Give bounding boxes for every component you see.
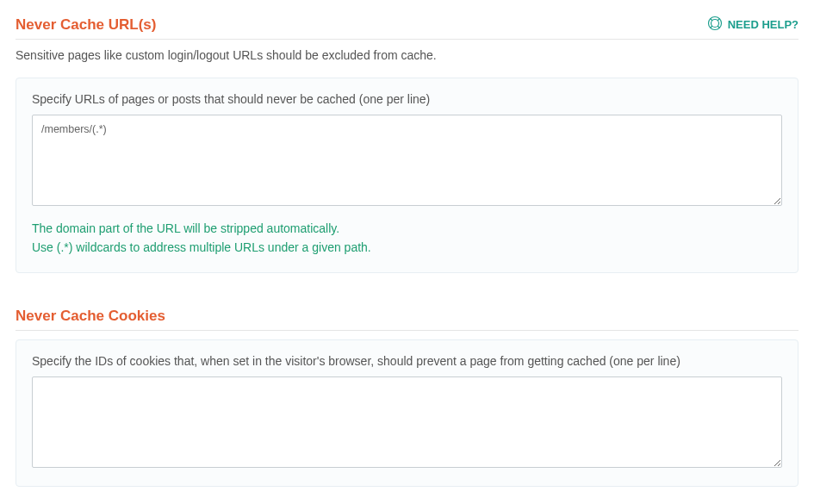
section-title-never-cache-cookies: Never Cache Cookies xyxy=(16,308,165,325)
field-label-never-cache-urls: Specify URLs of pages or posts that shou… xyxy=(32,92,782,106)
section-never-cache-urls: Never Cache URL(s) NEED HELP? Sensitive … xyxy=(16,16,798,273)
svg-line-3 xyxy=(718,19,719,21)
section-never-cache-cookies: Never Cache Cookies Specify the IDs of c… xyxy=(16,308,798,487)
panel-never-cache-urls: Specify URLs of pages or posts that shou… xyxy=(16,78,798,273)
svg-line-5 xyxy=(718,26,719,28)
never-cache-urls-textarea[interactable] xyxy=(32,115,782,206)
section-description-never-cache-urls: Sensitive pages like custom login/logout… xyxy=(16,48,798,62)
section-header: Never Cache URL(s) NEED HELP? xyxy=(16,16,798,40)
section-title-never-cache-urls: Never Cache URL(s) xyxy=(16,16,156,34)
hint-line-1: The domain part of the URL will be strip… xyxy=(32,219,782,238)
never-cache-cookies-textarea[interactable] xyxy=(32,376,782,468)
help-icon xyxy=(707,16,723,34)
svg-line-2 xyxy=(710,19,711,21)
need-help-link[interactable]: NEED HELP? xyxy=(707,16,798,34)
svg-line-4 xyxy=(710,26,711,28)
hint-line-2: Use (.*) wildcards to address multiple U… xyxy=(32,238,782,257)
field-label-never-cache-cookies: Specify the IDs of cookies that, when se… xyxy=(32,354,782,368)
need-help-label: NEED HELP? xyxy=(728,18,798,31)
never-cache-urls-hint: The domain part of the URL will be strip… xyxy=(32,219,782,258)
panel-never-cache-cookies: Specify the IDs of cookies that, when se… xyxy=(16,339,798,487)
section-header: Never Cache Cookies xyxy=(16,308,798,331)
